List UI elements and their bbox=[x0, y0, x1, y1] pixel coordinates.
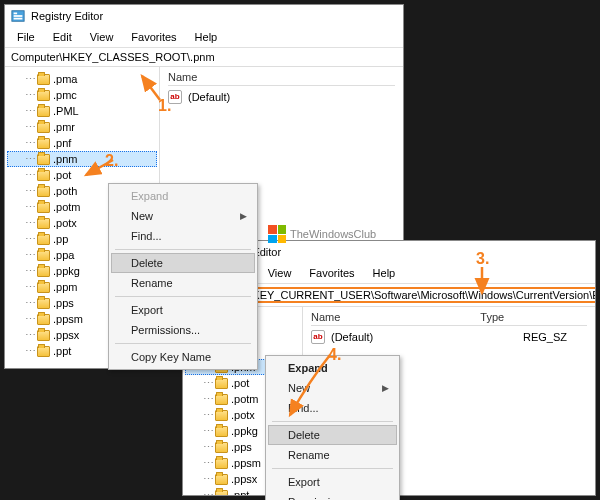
ctx-find[interactable]: Find... bbox=[268, 398, 397, 418]
tree-item-label: .ppt bbox=[53, 345, 71, 357]
tree-expand-icon: ⋯ bbox=[25, 265, 35, 278]
ctx-rename[interactable]: Rename bbox=[111, 273, 255, 293]
addr-highlighted: HKEY_CURRENT_USER\Software\Microsoft\Win… bbox=[240, 287, 595, 303]
tree-item[interactable]: ⋯.pnm bbox=[7, 151, 157, 167]
folder-icon bbox=[37, 250, 50, 261]
tree-item-label: .pps bbox=[231, 441, 252, 453]
ctx-expand[interactable]: Expand bbox=[268, 358, 397, 378]
svg-rect-2 bbox=[14, 15, 23, 17]
ctx-delete[interactable]: Delete bbox=[111, 253, 255, 273]
ctx-rename[interactable]: Rename bbox=[268, 445, 397, 465]
menu-favorites[interactable]: Favorites bbox=[301, 265, 362, 281]
column-headers[interactable]: Name bbox=[168, 71, 395, 86]
menu-help[interactable]: Help bbox=[365, 265, 404, 281]
value-row[interactable]: ab (Default) REG_SZ bbox=[311, 330, 587, 344]
folder-icon bbox=[215, 378, 228, 389]
tree-expand-icon: ⋯ bbox=[25, 217, 35, 230]
tree-expand-icon: ⋯ bbox=[25, 249, 35, 262]
tree-item[interactable]: ⋯.pnf bbox=[7, 135, 157, 151]
tree-item[interactable]: ⋯.pma bbox=[7, 71, 157, 87]
tree-item-label: .pma bbox=[53, 73, 77, 85]
tree-expand-icon: ⋯ bbox=[203, 441, 213, 454]
tree-item-label: .potm bbox=[231, 393, 259, 405]
tree-item-label: .pmr bbox=[53, 121, 75, 133]
folder-icon bbox=[215, 458, 228, 469]
string-value-icon: ab bbox=[168, 90, 182, 104]
tree-item[interactable]: ⋯.pmc bbox=[7, 87, 157, 103]
tree-expand-icon: ⋯ bbox=[25, 89, 35, 102]
separator bbox=[115, 296, 251, 297]
string-value-icon: ab bbox=[311, 330, 325, 344]
ctx-new[interactable]: New▶ bbox=[268, 378, 397, 398]
ctx-find[interactable]: Find... bbox=[111, 226, 255, 246]
tree-item-label: .ppkg bbox=[53, 265, 80, 277]
folder-icon bbox=[37, 138, 50, 149]
col-name[interactable]: Name bbox=[311, 311, 340, 323]
folder-icon bbox=[37, 154, 50, 165]
svg-rect-3 bbox=[14, 18, 23, 20]
tree-item[interactable]: ⋯.pmr bbox=[7, 119, 157, 135]
col-type[interactable]: Type bbox=[480, 311, 504, 323]
tree-expand-icon: ⋯ bbox=[203, 489, 213, 496]
tree-item-label: .ppsx bbox=[53, 329, 79, 341]
folder-icon bbox=[215, 474, 228, 485]
ctx-new[interactable]: New▶ bbox=[111, 206, 255, 226]
folder-icon bbox=[37, 346, 50, 357]
menu-bar: File Edit View Favorites Help bbox=[5, 27, 403, 48]
ctx-export[interactable]: Export bbox=[111, 300, 255, 320]
menu-edit[interactable]: Edit bbox=[45, 29, 80, 45]
ctx-export[interactable]: Export bbox=[268, 472, 397, 492]
folder-icon bbox=[37, 218, 50, 229]
value-row[interactable]: ab (Default) bbox=[168, 90, 395, 104]
menu-file[interactable]: File bbox=[9, 29, 43, 45]
tree-expand-icon: ⋯ bbox=[25, 201, 35, 214]
column-headers[interactable]: Name Type bbox=[311, 311, 587, 326]
address-bar[interactable]: Computer\HKEY_CLASSES_ROOT\.pnm bbox=[5, 48, 403, 67]
tree-item-label: .potm bbox=[53, 201, 81, 213]
tree-item-label: .ppa bbox=[53, 249, 74, 261]
value-type: REG_SZ bbox=[523, 331, 567, 343]
tree-item-label: .poth bbox=[53, 185, 77, 197]
ctx-permissions[interactable]: Permissions... bbox=[111, 320, 255, 340]
folder-icon bbox=[37, 106, 50, 117]
tree-item-label: .ppsm bbox=[231, 457, 261, 469]
tree-item[interactable]: ⋯.pot bbox=[7, 167, 157, 183]
folder-icon bbox=[37, 202, 50, 213]
folder-icon bbox=[37, 282, 50, 293]
separator bbox=[115, 343, 251, 344]
col-name[interactable]: Name bbox=[168, 71, 197, 83]
tree-expand-icon: ⋯ bbox=[25, 281, 35, 294]
tree-expand-icon: ⋯ bbox=[203, 457, 213, 470]
tree-item-label: .ppm bbox=[53, 281, 77, 293]
tree-item[interactable]: ⋯.PML bbox=[7, 103, 157, 119]
folder-icon bbox=[215, 426, 228, 437]
title-bar: Registry Editor bbox=[5, 5, 403, 27]
ctx-copy-key[interactable]: Copy Key Name bbox=[111, 347, 255, 367]
folder-icon bbox=[37, 298, 50, 309]
separator bbox=[272, 421, 393, 422]
menu-view[interactable]: View bbox=[82, 29, 122, 45]
tree-expand-icon: ⋯ bbox=[203, 425, 213, 438]
ctx-permissions[interactable]: Permissions... bbox=[268, 492, 397, 500]
ctx-delete[interactable]: Delete bbox=[268, 425, 397, 445]
tree-expand-icon: ⋯ bbox=[25, 73, 35, 86]
value-name: (Default) bbox=[188, 91, 230, 103]
menu-help[interactable]: Help bbox=[187, 29, 226, 45]
tree-item-label: .potx bbox=[231, 409, 255, 421]
folder-icon bbox=[37, 186, 50, 197]
menu-favorites[interactable]: Favorites bbox=[123, 29, 184, 45]
chevron-right-icon: ▶ bbox=[382, 383, 389, 393]
tree-expand-icon: ⋯ bbox=[25, 169, 35, 182]
tree-item-label: .ppsx bbox=[231, 473, 257, 485]
tree-item-label: .pnm bbox=[53, 153, 77, 165]
tree-expand-icon: ⋯ bbox=[25, 137, 35, 150]
tree-expand-icon: ⋯ bbox=[203, 473, 213, 486]
folder-icon bbox=[37, 122, 50, 133]
menu-view[interactable]: View bbox=[260, 265, 300, 281]
tree-item-label: .ppsm bbox=[53, 313, 83, 325]
tree-item-label: .PML bbox=[53, 105, 79, 117]
chevron-right-icon: ▶ bbox=[240, 211, 247, 221]
tree-expand-icon: ⋯ bbox=[25, 345, 35, 358]
separator bbox=[115, 249, 251, 250]
tree-expand-icon: ⋯ bbox=[203, 377, 213, 390]
